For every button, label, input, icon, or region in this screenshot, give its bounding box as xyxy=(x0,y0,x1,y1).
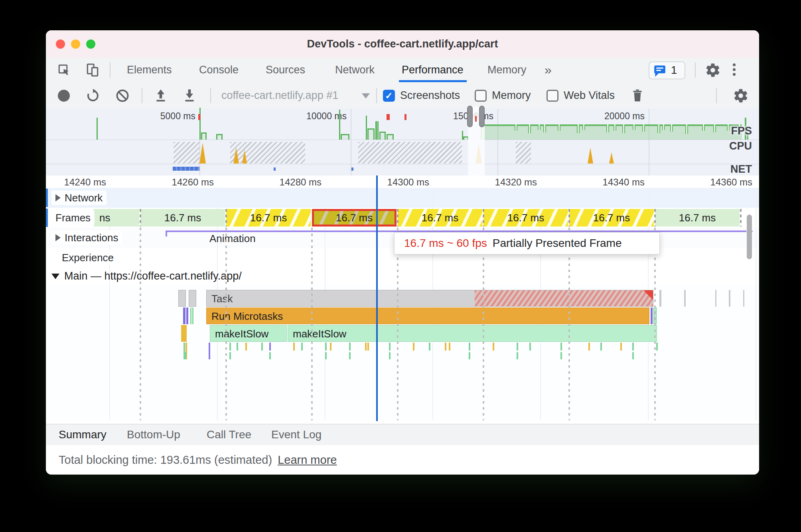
task-fragment[interactable] xyxy=(743,290,744,307)
capture-settings-gear-icon[interactable] xyxy=(733,88,749,105)
expand-arrow-icon[interactable] xyxy=(55,234,61,241)
flame-tick[interactable] xyxy=(269,352,271,359)
screenshots-label[interactable]: Screenshots xyxy=(400,89,460,102)
flame-sliver[interactable] xyxy=(186,307,188,324)
tab-event-log[interactable]: Event Log xyxy=(271,424,322,445)
experience-track-label[interactable]: Experience xyxy=(58,250,118,265)
frame-bar[interactable]: 16.7 ms xyxy=(483,209,568,227)
flame-tick[interactable] xyxy=(517,352,518,359)
profile-select[interactable]: coffee-cart.netlify.app #1 xyxy=(221,89,338,102)
flame-tick[interactable] xyxy=(367,343,369,351)
task-fragment[interactable] xyxy=(729,290,730,307)
flame-tick[interactable] xyxy=(493,343,494,351)
frame-bar[interactable]: 16.7 ms xyxy=(398,209,482,227)
frame-bar[interactable]: ns xyxy=(94,209,139,227)
expand-arrow-icon[interactable] xyxy=(55,194,61,201)
save-profile-icon[interactable] xyxy=(182,89,197,104)
network-track-label[interactable]: Network xyxy=(51,191,107,205)
profile-select-caret[interactable] xyxy=(362,93,370,99)
flame-sliver[interactable] xyxy=(181,325,187,342)
interactions-track-label[interactable]: Interactions xyxy=(51,231,122,245)
inspect-element-icon[interactable] xyxy=(57,63,71,79)
memory-label[interactable]: Memory xyxy=(492,89,531,102)
tab-console[interactable]: Console xyxy=(199,58,239,82)
flame-tick[interactable] xyxy=(293,343,295,351)
screenshots-checkbox[interactable]: ✓ xyxy=(383,90,395,102)
settings-gear-icon[interactable] xyxy=(705,62,721,80)
network-track[interactable] xyxy=(46,188,759,208)
flame-tick[interactable] xyxy=(632,343,634,351)
flame-tick[interactable] xyxy=(365,343,367,351)
make-it-slow-bar[interactable]: makeItSlow xyxy=(288,325,657,342)
task-fragment[interactable] xyxy=(659,290,661,307)
flame-tick[interactable] xyxy=(301,343,303,351)
tab-call-tree[interactable]: Call Tree xyxy=(207,424,251,445)
flame-tick[interactable] xyxy=(517,343,518,351)
task-fragment[interactable] xyxy=(189,290,196,307)
trash-icon[interactable] xyxy=(630,89,645,104)
main-thread-header[interactable]: Main — https://coffee-cart.netlify.app/ xyxy=(51,270,242,282)
flame-tick[interactable] xyxy=(229,352,231,359)
vertical-scrollbar[interactable] xyxy=(747,215,752,259)
flame-tick[interactable] xyxy=(229,343,231,351)
web-vitals-label[interactable]: Web Vitals xyxy=(564,89,615,102)
learn-more-link[interactable]: Learn more xyxy=(278,453,337,467)
flame-tick[interactable] xyxy=(429,343,430,351)
flame-tick[interactable] xyxy=(469,343,470,351)
flame-sliver[interactable] xyxy=(190,307,191,324)
flame-tick[interactable] xyxy=(389,352,391,359)
flame-tick[interactable] xyxy=(529,343,531,351)
tab-summary[interactable]: Summary xyxy=(59,424,107,445)
reload-and-record-icon[interactable] xyxy=(86,89,100,104)
tab-performance[interactable]: Performance xyxy=(402,58,464,82)
collapse-arrow-icon[interactable] xyxy=(51,274,59,279)
web-vitals-checkbox[interactable] xyxy=(546,90,558,102)
selection-handle[interactable] xyxy=(479,106,485,127)
frames-track-label[interactable]: Frames xyxy=(51,211,95,225)
flame-sliver[interactable] xyxy=(651,307,653,324)
frame-bar[interactable]: 16.7 ms xyxy=(655,209,740,227)
tab-elements[interactable]: Elements xyxy=(127,58,172,82)
flame-tick[interactable] xyxy=(349,343,351,351)
flame-tick[interactable] xyxy=(560,343,562,351)
flame-tick[interactable] xyxy=(560,352,562,359)
issues-button[interactable]: 1 xyxy=(649,61,685,79)
more-options-icon[interactable] xyxy=(733,63,736,66)
flame-tick[interactable] xyxy=(449,343,450,351)
flame-tick[interactable] xyxy=(656,343,658,351)
run-microtasks-bar[interactable]: Run Microtasks xyxy=(206,307,649,324)
tab-sources[interactable]: Sources xyxy=(266,58,305,82)
flame-tick[interactable] xyxy=(261,343,263,351)
memory-checkbox[interactable] xyxy=(475,90,487,102)
timeline-playhead[interactable] xyxy=(376,175,378,421)
tab-memory[interactable]: Memory xyxy=(487,58,527,82)
flame-tick[interactable] xyxy=(588,343,590,351)
task-fragment[interactable] xyxy=(178,290,186,307)
task-fragment[interactable] xyxy=(715,290,716,307)
flame-tick[interactable] xyxy=(330,343,331,351)
flame-tick[interactable] xyxy=(209,343,210,359)
flame-tick[interactable] xyxy=(325,343,327,351)
more-tabs-icon[interactable]: » xyxy=(545,58,552,82)
record-button[interactable] xyxy=(58,90,70,102)
clear-recording-icon[interactable] xyxy=(115,89,130,104)
tab-bottom-up[interactable]: Bottom-Up xyxy=(127,424,180,445)
animation-event-label[interactable]: Animation xyxy=(205,231,260,246)
flame-tick[interactable] xyxy=(185,352,186,359)
device-toolbar-icon[interactable] xyxy=(85,63,100,79)
flame-tick[interactable] xyxy=(620,343,622,351)
flame-tick[interactable] xyxy=(349,352,351,359)
flame-tick[interactable] xyxy=(325,352,327,359)
timeline-overview[interactable]: 5000 ms10000 ms15000 ms20000 msFPSCPUNET xyxy=(46,109,759,176)
frame-bar[interactable]: 16.7 ms xyxy=(312,209,397,227)
flame-tick[interactable] xyxy=(600,343,602,351)
flame-tick[interactable] xyxy=(389,343,391,351)
flame-tick[interactable] xyxy=(445,343,446,351)
flame-tick[interactable] xyxy=(413,343,414,351)
tab-network[interactable]: Network xyxy=(335,58,375,82)
flame-sliver[interactable] xyxy=(192,307,193,324)
selection-handle[interactable] xyxy=(467,106,473,127)
flame-tick[interactable] xyxy=(469,352,470,359)
flame-tick[interactable] xyxy=(269,343,271,351)
frame-bar[interactable]: 16.7 ms xyxy=(226,209,311,227)
